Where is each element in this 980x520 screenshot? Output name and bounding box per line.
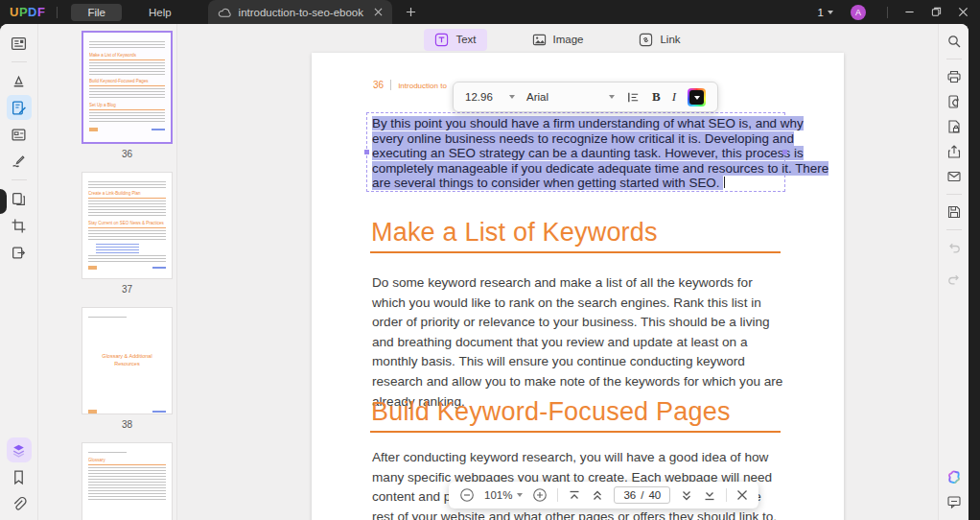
divider [557,488,558,502]
ocr-icon [946,69,962,84]
sign-tool-button[interactable] [7,149,32,174]
maximize-button[interactable] [922,2,949,23]
text-tool-button[interactable]: Text [424,29,486,51]
previous-page-button[interactable] [591,489,604,502]
font-family-dropdown[interactable]: Arial [526,91,615,103]
logo-letter: D [28,5,37,19]
heading-rule [370,431,781,433]
pdf-page[interactable]: 36 Introduction to By this point you sho… [312,53,844,520]
thumb-heading: Stay Current on SEO News & Practices [88,221,166,228]
convert-button[interactable] [943,90,966,113]
selected-line: By this point you should have a firm und… [372,116,784,131]
thumb-heading: Make a List of Keywords [89,53,165,60]
tab-close-icon[interactable] [374,8,383,16]
crop-pages-button[interactable] [7,213,32,238]
thumbnail-panel: Make a List of Keywords Build Keyword-Fo… [38,24,177,520]
page-header-number: 36 [373,80,384,90]
zoom-level-dropdown[interactable]: 101% [484,489,523,501]
divider [946,194,962,195]
new-tab-button[interactable] [406,7,416,17]
share-button[interactable] [943,140,966,163]
thumbnail-page-37[interactable]: Create a Link-Building Plan Stay Current… [82,172,173,295]
link-tool-label: Link [660,34,680,45]
tab-title: introduction-to-seo-ebook [239,7,363,18]
logo-letter: F [37,5,45,19]
logo-letter: P [19,5,28,19]
ai-tools-button[interactable] [7,437,32,462]
titlebar-divider [57,7,58,18]
attachment-button[interactable] [7,491,32,516]
ai-assistant-button[interactable] [943,465,966,488]
file-menu[interactable]: File [71,4,122,21]
window-count: 1 [818,7,824,18]
comment-panel-button[interactable] [943,490,966,513]
form-tool-button[interactable] [7,122,32,147]
zoom-toolbar: 101% 36 / 40 [449,482,758,508]
thumbnail-page-number: 36 [82,149,173,159]
text-tool-label: Text [455,34,476,45]
organize-pages-button[interactable] [7,186,32,211]
edit-icon [11,100,27,116]
panel-collapse-handle[interactable] [0,189,7,214]
share-icon [946,144,962,159]
titlebar-divider [887,7,888,18]
protect-button[interactable] [943,115,966,138]
zoom-out-button[interactable] [459,487,475,503]
ai-assistant-icon [945,469,962,485]
zoom-in-button[interactable] [532,487,548,503]
comment-tool-button[interactable] [7,68,32,93]
next-page-button[interactable] [680,489,693,502]
minimize-button[interactable] [896,2,922,23]
font-color-picker[interactable] [688,88,706,106]
thumbnail-page-39[interactable]: Glossary [82,442,173,520]
section-heading: Build Keyword-Focused Pages [371,397,731,427]
bold-button[interactable]: B [652,89,661,105]
resize-handle-left[interactable] [364,150,369,154]
avatar[interactable]: A [851,5,866,20]
redo-button[interactable] [943,268,966,291]
align-button[interactable] [626,90,641,105]
selected-line: completely manageable if you dedicate ad… [372,161,784,177]
current-page: 36 [623,489,636,501]
thumbnail-page-36[interactable]: Make a List of Keywords Build Keyword-Fo… [82,31,173,159]
italic-button[interactable]: I [672,89,676,105]
resize-handle-right[interactable] [782,150,787,154]
window-count-dropdown[interactable]: 1 [818,7,833,18]
link-tool-button[interactable]: Link [628,29,690,51]
page-header-title: Introduction to [398,82,447,90]
export-icon [11,245,27,261]
export-pages-button[interactable] [7,240,32,265]
page-number-input[interactable]: 36 / 40 [614,486,670,504]
font-size-dropdown[interactable]: 12.96 [465,91,515,103]
last-page-button[interactable] [703,489,716,502]
selected-text-box[interactable]: By this point you should have a firm und… [366,112,785,192]
search-button[interactable] [943,30,966,53]
reader-mode-button[interactable] [7,31,32,56]
edit-pdf-button[interactable] [7,95,32,120]
image-tool-label: Image [553,34,584,45]
page-header: 36 Introduction to [373,80,447,90]
right-sidebar [938,24,968,520]
bookmark-button[interactable] [7,464,32,489]
first-page-button[interactable] [568,489,581,502]
ai-tools-icon [11,442,27,459]
undo-button[interactable] [943,236,966,259]
section-heading: Make a List of Keywords [371,218,658,248]
crop-icon [11,218,27,234]
close-button[interactable] [949,2,976,23]
reader-icon [11,35,27,52]
protect-icon [946,119,962,134]
image-tool-button[interactable]: Image [522,29,595,51]
text-tool-icon [434,33,449,47]
thumbnail-page-38[interactable]: Glossary & Additional Resources 38 [82,307,173,430]
ocr-button[interactable] [943,65,966,88]
text-cursor [724,177,725,188]
document-tab[interactable]: introduction-to-seo-ebook [208,0,392,24]
save-button[interactable] [943,201,966,224]
close-zoom-toolbar-button[interactable] [736,489,748,501]
search-icon [946,34,962,49]
font-family-value: Arial [526,91,548,103]
help-menu[interactable]: Help [135,4,185,21]
email-button[interactable] [943,165,966,188]
heading-rule [370,251,781,253]
